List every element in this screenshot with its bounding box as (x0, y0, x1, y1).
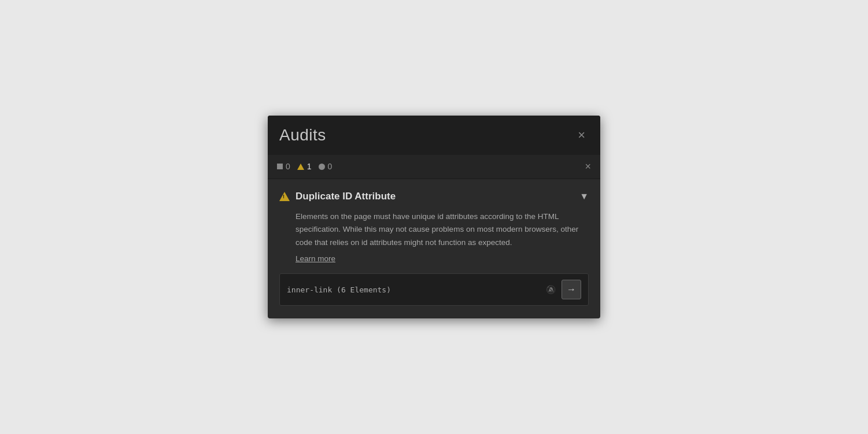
audit-content: Duplicate ID Attribute ▼ Elements on the… (268, 179, 600, 318)
info-count: 0 (328, 162, 333, 171)
result-actions: → (545, 280, 581, 299)
error-count: 0 (286, 162, 290, 171)
filter-clear-button[interactable]: × (585, 161, 591, 173)
warning-count: 1 (307, 162, 312, 171)
audits-panel: Audits × 0 1 0 × Du (268, 116, 600, 318)
close-button[interactable]: × (574, 128, 589, 143)
filter-stats: 0 1 0 (277, 162, 332, 171)
audit-title-row: Duplicate ID Attribute (279, 191, 396, 202)
audit-title: Duplicate ID Attribute (296, 191, 396, 202)
chevron-down-icon[interactable]: ▼ (579, 191, 589, 202)
warning-stat: 1 (297, 162, 312, 171)
audit-header: Duplicate ID Attribute ▼ (279, 191, 589, 202)
warning-icon (297, 164, 304, 170)
mute-button[interactable] (545, 283, 557, 296)
navigate-icon: → (567, 284, 576, 295)
error-icon (277, 164, 283, 169)
filter-bar: 0 1 0 × (268, 155, 600, 179)
info-stat: 0 (319, 162, 333, 171)
navigate-button[interactable]: → (562, 280, 581, 299)
info-icon (319, 164, 325, 170)
audit-item: Duplicate ID Attribute ▼ Elements on the… (279, 191, 589, 306)
audit-description-text: Elements on the page must have unique id… (296, 212, 578, 247)
result-label: inner-link (6 Elements) (287, 285, 545, 294)
mute-icon (546, 284, 556, 294)
panel-title: Audits (279, 126, 326, 144)
learn-more-link[interactable]: Learn more (296, 253, 589, 265)
result-row: inner-link (6 Elements) → (279, 273, 589, 306)
error-stat: 0 (277, 162, 290, 171)
audit-description: Elements on the page must have unique id… (279, 210, 589, 265)
panel-titlebar: Audits × (268, 116, 600, 155)
audit-warning-icon (279, 192, 290, 201)
